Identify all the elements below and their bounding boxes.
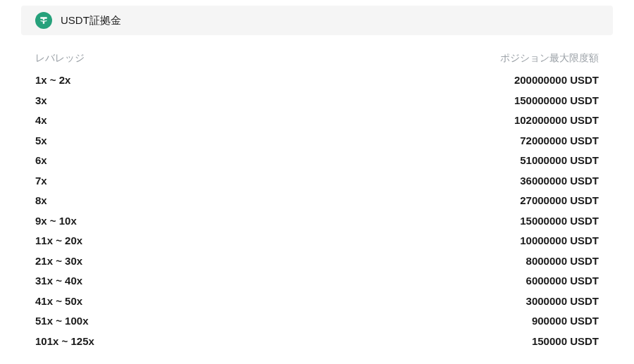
max-position-cell: 3000000 USDT	[526, 296, 599, 306]
table-row: 3x150000000 USDT	[35, 95, 599, 106]
table-header: レバレッジ ポジション最大限度額	[35, 52, 599, 65]
max-position-cell: 150000000 USDT	[514, 95, 599, 106]
table-row: 6x51000000 USDT	[35, 155, 599, 165]
max-position-cell: 10000000 USDT	[520, 235, 599, 246]
margin-header: USDT証拠金	[21, 6, 613, 35]
max-position-cell: 150000 USDT	[532, 336, 599, 346]
leverage-cell: 21x ~ 30x	[35, 256, 82, 266]
leverage-table: レバレッジ ポジション最大限度額 1x ~ 2x200000000 USDT3x…	[0, 52, 634, 346]
leverage-cell: 5x	[35, 135, 47, 146]
max-position-cell: 8000000 USDT	[526, 256, 599, 266]
leverage-cell: 8x	[35, 195, 47, 206]
tether-icon	[35, 12, 52, 29]
max-position-cell: 72000000 USDT	[520, 135, 599, 146]
leverage-cell: 101x ~ 125x	[35, 336, 94, 346]
max-position-cell: 102000000 USDT	[514, 115, 599, 125]
table-row: 1x ~ 2x200000000 USDT	[35, 75, 599, 85]
leverage-cell: 7x	[35, 175, 47, 186]
leverage-cell: 11x ~ 20x	[35, 235, 82, 246]
max-position-cell: 900000 USDT	[532, 315, 599, 326]
column-header-leverage: レバレッジ	[35, 52, 85, 65]
leverage-cell: 9x ~ 10x	[35, 215, 77, 226]
table-row: 8x27000000 USDT	[35, 195, 599, 206]
table-row: 11x ~ 20x10000000 USDT	[35, 235, 599, 246]
table-row: 7x36000000 USDT	[35, 175, 599, 186]
table-row: 31x ~ 40x6000000 USDT	[35, 275, 599, 286]
max-position-cell: 200000000 USDT	[514, 75, 599, 85]
max-position-cell: 6000000 USDT	[526, 275, 599, 286]
leverage-cell: 4x	[35, 115, 47, 125]
leverage-cell: 51x ~ 100x	[35, 315, 89, 326]
max-position-cell: 15000000 USDT	[520, 215, 599, 226]
table-body: 1x ~ 2x200000000 USDT3x150000000 USDT4x1…	[35, 75, 599, 346]
table-row: 101x ~ 125x150000 USDT	[35, 336, 599, 346]
leverage-cell: 3x	[35, 95, 47, 106]
margin-title: USDT証拠金	[61, 14, 121, 27]
column-header-max-position: ポジション最大限度額	[500, 52, 599, 65]
leverage-cell: 31x ~ 40x	[35, 275, 82, 286]
table-row: 9x ~ 10x15000000 USDT	[35, 215, 599, 226]
table-row: 51x ~ 100x900000 USDT	[35, 315, 599, 326]
leverage-cell: 6x	[35, 155, 47, 165]
max-position-cell: 51000000 USDT	[520, 155, 599, 165]
table-row: 41x ~ 50x3000000 USDT	[35, 296, 599, 306]
table-row: 5x72000000 USDT	[35, 135, 599, 146]
table-row: 4x102000000 USDT	[35, 115, 599, 125]
max-position-cell: 36000000 USDT	[520, 175, 599, 186]
leverage-cell: 41x ~ 50x	[35, 296, 82, 306]
max-position-cell: 27000000 USDT	[520, 195, 599, 206]
table-row: 21x ~ 30x8000000 USDT	[35, 256, 599, 266]
leverage-cell: 1x ~ 2x	[35, 75, 70, 85]
